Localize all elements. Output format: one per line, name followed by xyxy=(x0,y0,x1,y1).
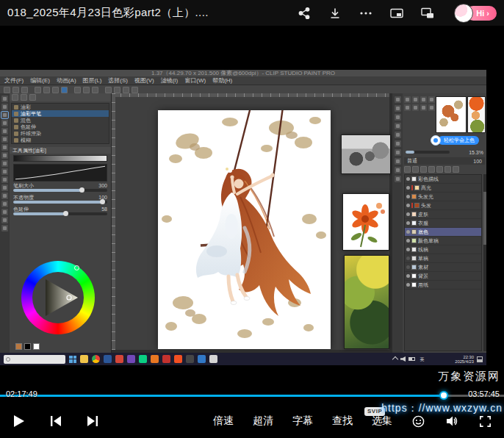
zoom-fill xyxy=(406,151,414,154)
layer-label: 彩色描线 xyxy=(418,176,439,183)
slider-label: 不透明度 xyxy=(13,194,34,201)
brush-icon xyxy=(14,105,18,110)
video-player-window: 018_2025年4月23日色彩part2（上）.... xyxy=(0,0,504,438)
tool-icon xyxy=(1,160,8,167)
layer-row: 衣服 xyxy=(405,219,481,228)
top-bar-actions: Hi › xyxy=(297,4,497,23)
seek-bar[interactable] xyxy=(0,395,504,397)
previous-button[interactable] xyxy=(48,414,63,428)
panel-icon xyxy=(395,158,401,165)
layer-row: 颜色草稿 xyxy=(405,237,481,245)
brush-icon xyxy=(14,132,18,136)
video-title: 018_2025年4月23日色彩part2（上）.... xyxy=(7,6,209,20)
share-icon[interactable] xyxy=(297,6,312,21)
slider-row: 笔刷大小 300 xyxy=(10,182,111,189)
speed-button[interactable]: 倍速 xyxy=(213,414,234,428)
eye-icon xyxy=(406,195,410,198)
menu-item: 滤镜(I) xyxy=(161,76,179,85)
chrome-icon xyxy=(92,355,100,363)
eye-icon xyxy=(406,248,410,251)
panel-icon xyxy=(395,96,401,103)
layer-thumb xyxy=(411,220,417,226)
toolbar-icon xyxy=(74,87,81,93)
quality-button[interactable]: 超清 xyxy=(253,414,273,428)
layer-color-tag xyxy=(411,185,413,190)
slider-knob xyxy=(100,199,105,204)
saturation-triangle xyxy=(34,273,82,322)
painting-canvas xyxy=(158,110,331,349)
menu-item: 选择(S) xyxy=(108,76,128,85)
more-icon[interactable] xyxy=(359,6,373,21)
layer-row: 头发 xyxy=(405,201,481,210)
layer-scrollbar xyxy=(483,174,486,351)
layer-thumb xyxy=(414,203,420,208)
layer-tool-icon xyxy=(453,166,459,173)
pressure-curve-box xyxy=(13,164,107,182)
panel-icon xyxy=(428,104,435,111)
csp-tool-strip xyxy=(0,93,10,353)
ad-logo-icon xyxy=(431,135,441,146)
seek-handle[interactable] xyxy=(439,391,448,400)
toolbar-icon xyxy=(12,87,19,93)
brush-icon xyxy=(14,118,18,123)
layer-label: 素材 xyxy=(418,264,428,271)
layer-list: 彩色描线 高光 头发光 头发 皮肤 衣服 底色 颜色草稿 线稿 草稿 素材 背景… xyxy=(404,174,482,351)
layer-opacity-value: 100 xyxy=(473,159,482,164)
slider-value: 58 xyxy=(101,207,107,212)
download-icon[interactable] xyxy=(328,6,342,21)
toolbar-icon xyxy=(21,87,28,93)
next-button[interactable] xyxy=(85,414,100,428)
eye-icon xyxy=(406,256,410,260)
windows-taskbar: 英 22:30 2025/4/23 xyxy=(0,353,486,365)
hue-knob xyxy=(74,265,79,270)
panel-icon xyxy=(395,149,401,156)
volume-button[interactable] xyxy=(444,414,459,428)
eye-icon xyxy=(406,283,410,287)
eye-icon xyxy=(406,177,410,181)
layer-thumb xyxy=(414,185,420,190)
subtitle-button[interactable]: 字幕 xyxy=(292,414,313,428)
navigator-zoom-value: 15.3% xyxy=(469,150,483,155)
mini-player-icon[interactable] xyxy=(420,6,435,21)
layer-tool-icon xyxy=(428,166,435,173)
subtool-tabs xyxy=(10,93,111,101)
tool-icon xyxy=(1,112,8,118)
seek-bar-fill xyxy=(0,395,444,397)
episodes-button[interactable]: 选集 xyxy=(372,414,392,428)
fullscreen-button[interactable] xyxy=(478,414,492,428)
explorer-icon xyxy=(80,355,88,363)
layer-label: 头发 xyxy=(421,202,431,209)
navigator-thumbnail xyxy=(436,96,467,133)
brush-icon xyxy=(14,112,18,116)
layer-tool-icon xyxy=(444,166,451,173)
csp-right-panel: 轻松学会上色 15.3% 普通 100 xyxy=(403,93,486,353)
layer-thumb xyxy=(411,247,417,252)
layer-thumb xyxy=(411,194,417,199)
panel-icon xyxy=(428,96,435,103)
tool-icon xyxy=(1,193,8,199)
video-frame[interactable]: 1.37（44.29.70 x 201.500 像素@600dpi）- CLIP… xyxy=(0,26,504,389)
taskbar-clock: 22:30 2025/4/23 xyxy=(448,354,474,364)
panel-icon xyxy=(412,96,419,103)
panel-tab-icon xyxy=(29,94,36,101)
reference-photo-bw xyxy=(341,134,391,174)
picture-in-picture-icon[interactable] xyxy=(389,6,404,21)
panel-icon xyxy=(395,105,401,112)
watermark-text: 万象资源网 xyxy=(438,370,500,384)
menu-item: 窗口(W) xyxy=(184,76,206,85)
taskbar-search-box xyxy=(4,355,65,364)
play-button[interactable] xyxy=(12,414,26,428)
layer-row: 用纸 xyxy=(405,281,481,290)
action-center-icon xyxy=(477,356,483,362)
toolbar-icon xyxy=(123,87,129,93)
danmaku-emoji-button[interactable] xyxy=(411,414,425,428)
toolbar-icon xyxy=(52,87,59,93)
layer-row: 皮肤 xyxy=(405,210,481,219)
brush-label: 模糊 xyxy=(21,137,31,144)
navigator-buttons xyxy=(404,96,433,132)
find-button[interactable]: 查找 xyxy=(332,414,353,428)
user-avatar[interactable] xyxy=(454,4,473,23)
panel-icon xyxy=(395,176,401,182)
top-bar: 018_2025年4月23日色彩part2（上）.... xyxy=(0,0,504,26)
panel-icon xyxy=(420,96,427,103)
